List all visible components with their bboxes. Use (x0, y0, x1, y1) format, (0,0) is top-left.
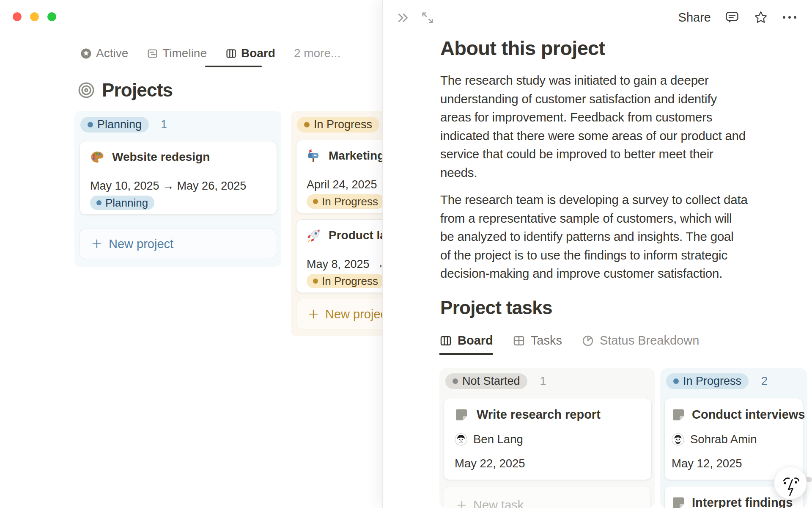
page-head: Projects (77, 80, 173, 101)
column-header: In Progress (297, 117, 379, 133)
board-icon (225, 48, 237, 59)
column-header: Not Started 1 (445, 373, 546, 389)
more-icon[interactable] (782, 10, 797, 25)
card-dates: May 10, 2025 → May 26, 2025 (90, 179, 246, 193)
comment-icon[interactable] (724, 10, 740, 25)
card-title: Website redesign (112, 150, 210, 164)
card-date: May 12, 2025 (672, 457, 742, 470)
assignee-name: Sohrab Amin (690, 433, 757, 446)
double-chevron-right-icon[interactable] (395, 10, 411, 25)
app-window: Active Timeline Board 2 more... Projects (0, 0, 812, 508)
text-line: service that could be improved to better… (440, 145, 746, 163)
project-card-website-redesign[interactable]: Website redesign May 10, 2025 → May 26, … (80, 141, 277, 215)
text-line: areas for improvement. Feedback from cus… (440, 108, 746, 127)
tab-board[interactable]: Board (439, 334, 493, 355)
card-title: Conduct interviews (692, 408, 805, 422)
column-count: 1 (540, 375, 546, 388)
zoom-window-button[interactable] (47, 12, 56, 21)
close-window-button[interactable] (13, 12, 22, 21)
task-card-write-research-report[interactable]: Write research report Ben Lang May 22, 2… (444, 398, 652, 480)
card-status-tag: Planning (90, 196, 154, 210)
new-project-button[interactable]: New project (80, 229, 276, 259)
tab-more[interactable]: 2 more... (294, 47, 340, 60)
ai-assistant-button[interactable] (774, 467, 807, 500)
share-button[interactable]: Share (678, 11, 711, 25)
mailbox-icon (307, 149, 321, 163)
card-date: May 22, 2025 (455, 457, 525, 470)
minimize-window-button[interactable] (30, 12, 39, 21)
ai-face-icon (774, 467, 807, 499)
selected-tab-underline (205, 66, 262, 67)
peek-page-title: About this project (440, 36, 605, 60)
board-column-planning: Planning 1 Website redesign May 10, 2025… (74, 111, 281, 267)
rocket-icon (307, 228, 321, 243)
card-status-tag: In Progress (307, 194, 384, 209)
new-task-button[interactable]: New task (444, 486, 651, 508)
tab-label: Active (96, 47, 128, 60)
status-pill-not-started[interactable]: Not Started (445, 373, 527, 389)
new-task-label: New task (473, 498, 524, 508)
avatar (455, 433, 467, 446)
plus-icon (456, 500, 467, 508)
about-paragraph-1: The research study was initiated to gain… (440, 71, 746, 182)
status-pill-planning[interactable]: Planning (80, 117, 149, 133)
new-project-label: New project (109, 237, 173, 251)
column-header: In Progress 2 (666, 373, 768, 389)
tag-label: In Progress (322, 195, 378, 208)
tag-label: In Progress (322, 275, 378, 288)
side-peek-panel: Share About this project The research st… (382, 0, 812, 508)
tab-tasks[interactable]: Tasks (513, 334, 562, 355)
tasks-view-tabs: Board Tasks Status Breakdown (439, 334, 756, 354)
plus-icon (91, 238, 103, 250)
text-line: needs. (440, 163, 746, 182)
text-line: decision-making and improve customer sat… (440, 264, 748, 283)
page-title: Projects (102, 80, 173, 101)
card-status-tag: In Progress (307, 274, 384, 288)
text-line: The research study was initiated to gain… (440, 71, 746, 90)
expand-icon[interactable] (420, 10, 435, 25)
view-tabs: Active Timeline Board 2 more... (80, 44, 340, 63)
tab-status-breakdown[interactable]: Status Breakdown (582, 334, 699, 355)
status-pill-in-progress[interactable]: In Progress (297, 117, 379, 133)
status-label: Planning (97, 118, 142, 131)
text-line: from a representative sample of customer… (440, 209, 748, 228)
status-dot (673, 378, 679, 384)
text-line: of the project is to use the findings to… (440, 246, 748, 265)
tab-label: Tasks (531, 334, 562, 348)
status-dot (88, 122, 93, 127)
card-title: Write research report (477, 408, 601, 422)
tasks-section-title: Project tasks (440, 297, 552, 318)
status-dot (313, 279, 318, 284)
tab-label: Board (241, 47, 275, 60)
tab-active[interactable]: Active (80, 47, 128, 60)
text-line: understanding of customer satisfaction a… (440, 90, 746, 108)
status-label: In Progress (683, 375, 741, 388)
avatar (672, 433, 684, 446)
status-dot (453, 378, 458, 384)
status-label: Not Started (462, 375, 520, 388)
tab-label: Timeline (162, 47, 207, 60)
timeline-icon (147, 48, 158, 59)
tab-label: Board (458, 334, 493, 348)
pie-chart-icon (582, 334, 594, 347)
tab-label: Status Breakdown (600, 334, 699, 348)
note-icon (672, 408, 685, 422)
assignee-name: Ben Lang (473, 433, 523, 446)
tab-board[interactable]: Board (225, 47, 275, 60)
status-dot (96, 200, 102, 205)
about-paragraph-2: The research team is developing a survey… (440, 190, 748, 283)
new-project-label: New project (325, 307, 390, 321)
column-count: 2 (761, 375, 768, 388)
tab-timeline[interactable]: Timeline (147, 47, 207, 60)
star-icon[interactable] (753, 10, 768, 25)
palette-icon (90, 150, 104, 164)
status-dot (313, 199, 318, 204)
target-icon (77, 81, 95, 99)
task-column-not-started: Not Started 1 Write research report Ben … (439, 368, 655, 508)
text-line: indicated that there were some areas of … (440, 127, 746, 145)
status-pill-in-progress[interactable]: In Progress (666, 373, 749, 389)
status-dot (304, 122, 310, 127)
table-icon (513, 334, 525, 347)
tag-label: Planning (105, 196, 148, 210)
text-line: be analyzed to identify patterns and ins… (440, 227, 748, 246)
